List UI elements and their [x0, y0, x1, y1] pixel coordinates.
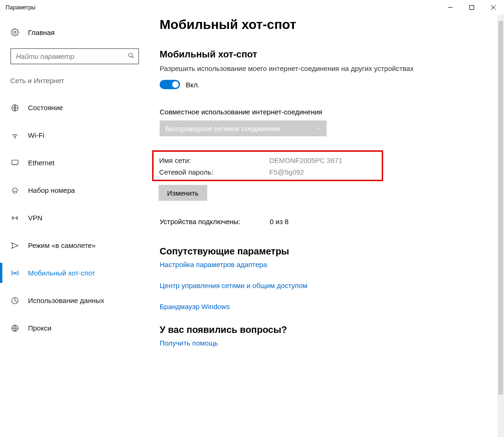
svg-rect-10	[13, 191, 17, 193]
svg-line-6	[132, 56, 134, 58]
window-controls	[440, 0, 504, 14]
devices-row: Устройства подключены: 0 из 8	[159, 218, 420, 226]
devices-value: 0 из 8	[270, 218, 288, 226]
home-label: Главная	[28, 28, 55, 36]
sidebar-item-ethernet[interactable]: Ethernet	[0, 149, 149, 176]
sidebar-item-data-usage[interactable]: Использование данных	[0, 287, 149, 314]
sidebar-item-dialup[interactable]: Набор номера	[0, 176, 149, 204]
sidebar-item-label: VPN	[28, 214, 42, 222]
edit-button[interactable]: Изменить	[159, 185, 207, 201]
sidebar-item-label: Использование данных	[28, 296, 104, 304]
category-label: Сеть и Интернет	[0, 77, 149, 85]
network-name-value: DEMONF2005PC 3671	[269, 156, 343, 164]
network-name-row: Имя сети: DEMONF2005PC 3671	[159, 156, 379, 164]
close-button[interactable]	[483, 0, 504, 14]
dialup-icon	[10, 186, 20, 195]
minimize-button[interactable]	[440, 0, 461, 14]
link-network-center[interactable]: Центр управления сетями и общим доступом	[159, 282, 420, 289]
sidebar-item-label: Прокси	[28, 324, 51, 332]
svg-point-8	[14, 137, 15, 138]
svg-point-13	[14, 272, 16, 274]
search-icon	[128, 52, 134, 61]
questions-heading: У вас появились вопросы?	[160, 324, 420, 335]
search-box[interactable]	[10, 48, 139, 64]
sidebar-item-wifi[interactable]: Wi-Fi	[0, 121, 149, 149]
sidebar-item-proxy[interactable]: Прокси	[0, 314, 149, 342]
home-item[interactable]: Главная	[0, 23, 149, 42]
network-name-label: Имя сети:	[159, 156, 269, 164]
link-firewall[interactable]: Брандмауэр Windows	[159, 303, 420, 310]
network-pass-row: Сетевой пароль: F5@5g092	[159, 168, 379, 176]
sidebar-item-label: Wi-Fi	[28, 131, 44, 139]
questions-links: Получить помощь	[159, 339, 420, 347]
network-info-highlight: Имя сети: DEMONF2005PC 3671 Сетевой паро…	[152, 150, 383, 181]
hotspot-heading: Мобильный хот-спот	[160, 49, 420, 60]
related-links: Настройка параметров адаптера Центр упра…	[159, 261, 420, 310]
globe-icon	[10, 104, 20, 112]
window-title: Параметры	[6, 4, 35, 11]
proxy-icon	[10, 324, 20, 332]
related-heading: Сопутствующие параметры	[160, 246, 420, 257]
sidebar: Главная Сеть и Интернет Состояние Wi-Fi	[0, 14, 149, 437]
titlebar: Параметры	[0, 0, 504, 14]
hotspot-desc: Разрешить использование моего интернет-с…	[160, 63, 420, 73]
airplane-icon	[10, 241, 20, 250]
sidebar-item-airplane[interactable]: Режим «в самолете»	[0, 232, 149, 259]
data-usage-icon	[10, 296, 20, 305]
ethernet-icon	[10, 159, 20, 167]
wifi-icon	[10, 131, 20, 140]
svg-point-12	[16, 217, 18, 218]
sidebar-item-hotspot[interactable]: Мобильный хот-спот	[0, 259, 149, 287]
svg-rect-1	[470, 5, 474, 9]
maximize-button[interactable]	[461, 0, 483, 14]
sidebar-item-label: Ethernet	[28, 159, 55, 167]
sidebar-item-label: Набор номера	[28, 186, 75, 194]
share-combo-value: Беспроводное сетевое соединение	[165, 125, 280, 133]
sidebar-item-vpn[interactable]: VPN	[0, 204, 149, 232]
scrollbar-thumb[interactable]	[498, 21, 503, 395]
nav-list: Состояние Wi-Fi Ethernet Набор номера	[0, 94, 149, 342]
hotspot-icon	[10, 269, 20, 277]
svg-point-4	[14, 31, 16, 34]
search-input[interactable]	[10, 48, 139, 64]
scrollbar[interactable]	[497, 14, 504, 437]
hotspot-toggle[interactable]	[160, 80, 180, 89]
devices-label: Устройства подключены:	[160, 218, 270, 226]
chevron-down-icon	[315, 126, 321, 131]
link-get-help[interactable]: Получить помощь	[159, 339, 420, 347]
sidebar-item-label: Мобильный хот-спот	[28, 269, 95, 277]
gear-icon	[10, 28, 20, 36]
svg-point-5	[129, 53, 133, 56]
content: Мобильный хот-спот Мобильный хот-спот Ра…	[149, 14, 504, 437]
vpn-icon	[10, 214, 20, 222]
hotspot-toggle-label: Вкл.	[186, 81, 200, 89]
share-combo[interactable]: Беспроводное сетевое соединение	[160, 120, 327, 136]
share-label: Совместное использование интернет-соедин…	[160, 108, 420, 116]
sidebar-item-label: Состояние	[28, 104, 63, 112]
edit-button-label: Изменить	[167, 189, 199, 197]
network-pass-value: F5@5g092	[269, 168, 304, 176]
page-title: Мобильный хот-спот	[160, 17, 420, 32]
sidebar-item-label: Режим «в самолете»	[28, 241, 96, 249]
svg-point-11	[12, 217, 14, 218]
svg-rect-9	[12, 160, 18, 164]
network-pass-label: Сетевой пароль:	[159, 168, 269, 176]
link-adapter-settings[interactable]: Настройка параметров адаптера	[159, 261, 420, 268]
sidebar-item-status[interactable]: Состояние	[0, 94, 149, 121]
